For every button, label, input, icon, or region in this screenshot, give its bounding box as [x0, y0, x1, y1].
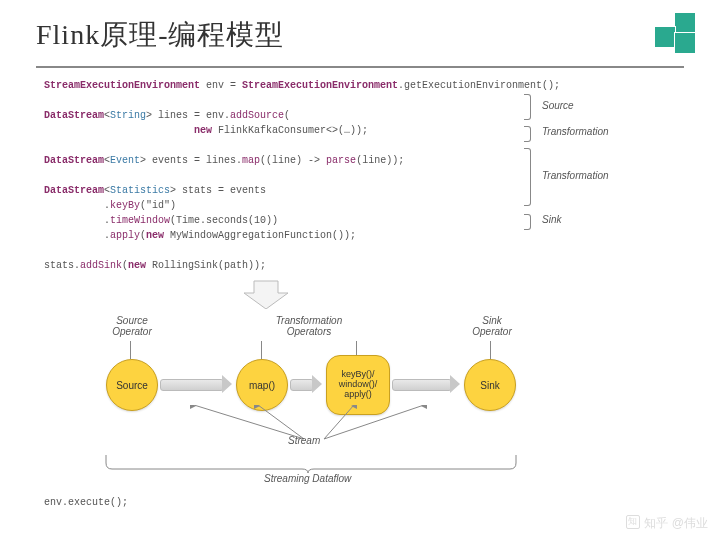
dataflow-bracket	[104, 455, 524, 473]
title-divider	[36, 66, 684, 68]
flow-arrow-2	[290, 375, 322, 393]
node-sink: Sink	[464, 359, 516, 411]
label-sink-op: Sink Operator	[462, 315, 522, 337]
annot-source: Source	[542, 100, 574, 111]
node-map: map()	[236, 359, 288, 411]
brace-source	[524, 94, 531, 120]
label-dataflow: Streaming Dataflow	[264, 473, 351, 484]
logo-icon	[642, 12, 696, 56]
annot-t1: Transformation	[542, 126, 609, 137]
flow-arrow-3	[392, 375, 460, 393]
label-transform-ops: Transformation Operators	[254, 315, 364, 337]
flow-arrow-1	[160, 375, 232, 393]
annot-t2: Transformation	[542, 170, 609, 181]
annot-sink: Sink	[542, 214, 561, 225]
brace-sink	[524, 214, 531, 230]
watermark: 知乎 @伟业	[626, 515, 708, 532]
stream-lines	[124, 405, 524, 455]
dataflow-diagram: Source Operator Transformation Operators…	[44, 315, 676, 485]
label-source-op: Source Operator	[102, 315, 162, 337]
slide-title: Flink原理-编程模型	[36, 16, 720, 54]
label-stream: Stream	[288, 435, 320, 446]
brace-t1	[524, 126, 531, 142]
code-execute: env.execute();	[44, 497, 676, 508]
brace-t2	[524, 148, 531, 206]
node-source: Source	[106, 359, 158, 411]
down-arrow-icon	[244, 279, 288, 309]
zhihu-icon	[626, 515, 640, 529]
